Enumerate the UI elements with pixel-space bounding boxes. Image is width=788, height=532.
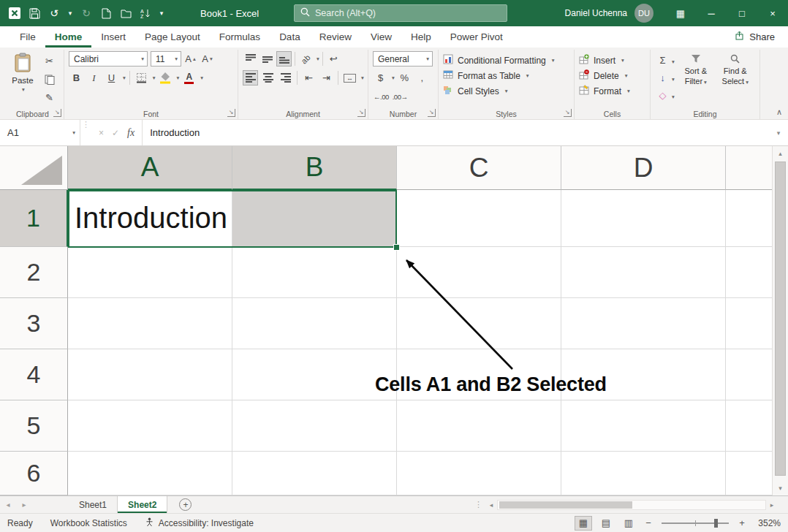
tab-home[interactable]: Home xyxy=(45,26,92,48)
cell-A1[interactable]: Introduction xyxy=(68,190,232,247)
page-layout-view-icon[interactable]: ▤ xyxy=(597,516,615,531)
decrease-decimal-icon[interactable]: .00→ xyxy=(392,89,409,104)
tab-insert[interactable]: Insert xyxy=(91,26,135,48)
formula-bar-handle[interactable]: ⋮ xyxy=(80,120,91,145)
cell-B1[interactable] xyxy=(232,190,397,247)
row-header-4[interactable]: 4 xyxy=(0,349,68,400)
merge-center-icon[interactable]: ↔ xyxy=(342,70,357,86)
tab-review[interactable]: Review xyxy=(310,26,361,48)
font-color-icon[interactable]: A xyxy=(181,70,197,86)
align-left-icon[interactable] xyxy=(243,70,258,86)
cell-E2[interactable] xyxy=(726,247,772,298)
orientation-dropdown-icon[interactable]: ▾ xyxy=(317,56,319,62)
format-cells-button[interactable]: Format ▾ xyxy=(579,83,646,99)
cell-D6[interactable] xyxy=(561,452,726,495)
number-dialog-launcher-icon[interactable]: ↘ xyxy=(428,109,436,117)
zoom-slider-thumb[interactable] xyxy=(714,519,718,528)
user-name[interactable]: Daniel Uchenna xyxy=(565,8,627,18)
previous-sheet-icon[interactable]: ◂ xyxy=(0,496,16,513)
copy-icon[interactable] xyxy=(42,72,57,87)
tab-scrollbar-splitter[interactable]: ⋮ xyxy=(474,496,482,513)
align-center-icon[interactable] xyxy=(260,70,276,86)
paste-button[interactable]: Paste ▾ xyxy=(6,51,39,108)
font-size-combo[interactable]: 11 ▾ xyxy=(151,51,181,66)
cell-D5[interactable] xyxy=(561,400,726,452)
fill-color-dropdown-icon[interactable]: ▾ xyxy=(177,75,180,81)
zoom-slider[interactable] xyxy=(662,522,729,524)
delete-cells-dropdown-icon[interactable]: ▾ xyxy=(625,72,628,79)
cell-A3[interactable] xyxy=(68,298,232,349)
tab-page-layout[interactable]: Page Layout xyxy=(135,26,210,48)
cell-B6[interactable] xyxy=(232,452,397,495)
underline-dropdown-icon[interactable]: ▾ xyxy=(123,75,126,81)
horizontal-scroll-track[interactable] xyxy=(497,500,766,510)
fill-color-icon[interactable] xyxy=(158,70,173,86)
autosum-button[interactable]: Σ▾ xyxy=(655,53,675,68)
undo-dropdown-icon[interactable]: ▾ xyxy=(65,4,75,23)
open-folder-icon[interactable] xyxy=(117,4,135,23)
horizontal-scrollbar[interactable]: ◂ ▸ xyxy=(485,499,778,511)
row-header-3[interactable]: 3 xyxy=(0,298,68,349)
expand-formula-bar-icon[interactable]: ▾ xyxy=(769,120,788,145)
customize-toolbar-icon[interactable]: ▾ xyxy=(156,4,167,23)
column-header-partial[interactable] xyxy=(726,146,772,190)
new-file-icon[interactable] xyxy=(97,4,115,23)
cell-B4[interactable] xyxy=(232,349,397,400)
cell-E6[interactable] xyxy=(726,452,772,495)
search-input[interactable] xyxy=(315,8,501,18)
cell-D2[interactable] xyxy=(561,247,726,298)
cell-B3[interactable] xyxy=(232,298,397,349)
cell-E5[interactable] xyxy=(726,400,772,452)
conditional-formatting-dropdown-icon[interactable]: ▾ xyxy=(552,57,555,64)
align-right-icon[interactable] xyxy=(278,70,293,86)
delete-cells-button[interactable]: Delete ▾ xyxy=(579,68,646,83)
percent-style-icon[interactable]: % xyxy=(397,70,412,86)
cell-C3[interactable] xyxy=(397,298,561,349)
increase-font-size-icon[interactable]: A▴ xyxy=(183,51,198,66)
styles-dialog-launcher-icon[interactable]: ↘ xyxy=(564,109,572,117)
zoom-in-icon[interactable]: + xyxy=(736,517,748,528)
column-header-D[interactable]: D xyxy=(561,146,726,190)
decrease-indent-icon[interactable]: ⇤ xyxy=(301,70,317,86)
close-button[interactable]: × xyxy=(757,0,788,26)
row-header-2[interactable]: 2 xyxy=(0,247,68,298)
cell-B5[interactable] xyxy=(232,400,397,452)
cell-A5[interactable] xyxy=(68,400,232,452)
row-header-1[interactable]: 1 xyxy=(0,190,68,247)
middle-align-icon[interactable] xyxy=(259,51,275,66)
insert-function-icon[interactable]: fx xyxy=(127,127,135,139)
increase-indent-icon[interactable]: ⇥ xyxy=(319,70,334,86)
tab-file[interactable]: File xyxy=(10,26,45,48)
search-box[interactable] xyxy=(294,4,507,22)
top-align-icon[interactable] xyxy=(243,51,258,66)
cell-D1[interactable] xyxy=(561,190,726,247)
format-as-table-button[interactable]: Format as Table ▾ xyxy=(443,68,570,83)
bold-button[interactable]: B xyxy=(69,70,84,86)
accessibility-status[interactable]: Accessibility: Investigate xyxy=(145,517,254,529)
comma-style-icon[interactable]: , xyxy=(414,70,430,86)
tab-help[interactable]: Help xyxy=(401,26,441,48)
next-sheet-icon[interactable]: ▸ xyxy=(16,496,32,513)
font-name-combo[interactable]: Calibri ▾ xyxy=(69,51,148,66)
sort-az-icon[interactable]: AZ xyxy=(137,4,154,23)
paste-dropdown-icon[interactable]: ▾ xyxy=(22,86,25,93)
cell-B2[interactable] xyxy=(232,247,397,298)
number-format-dropdown-icon[interactable]: ▾ xyxy=(426,56,429,62)
column-header-C[interactable]: C xyxy=(397,146,561,190)
formula-bar-value[interactable]: Introduction xyxy=(143,120,769,145)
format-cells-dropdown-icon[interactable]: ▾ xyxy=(627,88,630,94)
merge-center-dropdown-icon[interactable]: ▾ xyxy=(361,75,364,81)
number-format-combo[interactable]: General ▾ xyxy=(373,51,433,66)
maximize-button[interactable]: □ xyxy=(727,0,757,26)
cell-C5[interactable] xyxy=(397,400,561,452)
cell-A4[interactable] xyxy=(68,349,232,400)
name-box[interactable]: A1 ▾ xyxy=(0,120,80,145)
alignment-dialog-launcher-icon[interactable]: ↘ xyxy=(357,109,365,117)
page-break-view-icon[interactable]: ▥ xyxy=(620,516,637,531)
scroll-left-icon[interactable]: ◂ xyxy=(485,501,497,509)
normal-view-icon[interactable]: ▦ xyxy=(575,516,592,531)
tab-data[interactable]: Data xyxy=(270,26,310,48)
cell-D3[interactable] xyxy=(561,298,726,349)
font-size-dropdown-icon[interactable]: ▾ xyxy=(175,56,178,62)
enter-icon[interactable]: ✓ xyxy=(112,128,119,138)
